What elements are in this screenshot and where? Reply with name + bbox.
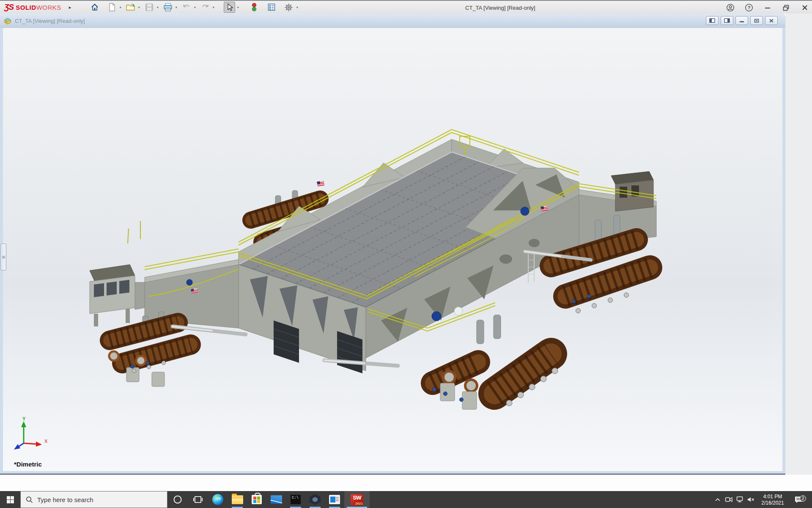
minimize-button[interactable] [763,3,772,12]
taskbar-app-edge[interactable] [208,491,228,508]
new-document-icon [108,3,116,11]
home-button[interactable] [89,2,100,13]
network-button[interactable] [734,491,745,508]
quick-access-toolbar: ▾ ▾ ▾ [83,1,302,14]
split-pane-left-icon [709,18,715,23]
open-folder-icon [126,3,135,11]
clock-time: 4:01 PM [756,494,789,500]
redo-button[interactable] [199,2,211,13]
open-dropdown[interactable]: ▾ [136,2,142,13]
split-pane-right-icon [724,18,730,23]
document-bottom-border [0,474,785,475]
desktop: ƷS SOLID WORKS ▸ ▾ [0,0,812,508]
volume-muted-icon [747,496,755,503]
task-view-icon [193,495,203,504]
close-icon [801,4,808,11]
options-button[interactable] [283,2,294,13]
volume-button[interactable] [745,491,756,508]
windows-taskbar: C:\ SW 2021 [0,491,812,508]
new-document-button[interactable] [106,2,118,13]
document-minimize-button[interactable] [735,16,748,25]
close-button[interactable] [800,3,809,12]
document-close-icon [769,19,774,23]
crawler-transporter-model[interactable] [3,28,782,471]
nasa-roundel-decal [521,207,529,215]
document-restore-icon [754,19,759,23]
front-right-track-truck[interactable] [433,315,558,409]
print-dropdown[interactable]: ▾ [173,2,179,13]
document-titlebar[interactable]: CT_TA [Viewing] [Read-only] [0,14,785,28]
select-cursor-icon [226,3,233,11]
menu-flyout-arrow[interactable]: ▸ [69,5,71,10]
undo-button[interactable] [181,2,192,13]
traffic-light-icon [251,3,257,12]
search-input[interactable] [37,496,147,503]
cortana-icon [173,495,182,504]
left-arm[interactable] [135,260,239,328]
document-caption-buttons [706,16,778,25]
task-pane-button[interactable] [266,2,277,13]
meet-now-button[interactable] [723,491,734,508]
document-close-button[interactable] [765,16,778,25]
blue-window-app-icon [329,495,340,504]
microsoft-store-icon [252,495,262,504]
split-pane-left-button[interactable] [706,16,719,25]
meet-now-camera-icon [725,496,733,503]
print-button[interactable] [162,2,173,13]
split-pane-right-button[interactable] [721,16,733,25]
chevron-up-icon [715,498,721,502]
tray-overflow-button[interactable] [712,491,723,508]
window-controls: ? [726,1,809,14]
help-button[interactable]: ? [744,3,754,12]
restore-button[interactable] [782,3,791,12]
save-dropdown[interactable]: ▾ [155,2,160,13]
cortana-button[interactable] [167,491,188,508]
file-explorer-icon [232,495,243,504]
start-button[interactable] [0,491,20,508]
network-ethernet-icon [736,496,744,503]
restore-icon [782,4,790,11]
rear-cab[interactable] [611,171,653,211]
select-tool-button[interactable] [224,2,235,13]
select-tool-dropdown[interactable]: ▾ [235,2,241,13]
redo-dropdown[interactable]: ▾ [211,2,216,13]
save-icon [145,3,154,11]
open-button[interactable] [125,2,136,13]
statusbar-area [0,475,812,491]
taskbar-app-hexagon[interactable] [305,491,325,508]
home-icon [91,3,99,11]
redo-icon [201,3,209,11]
taskbar-app-file-explorer[interactable] [228,491,247,508]
save-button[interactable] [143,2,155,13]
taskbar-app-mail[interactable] [266,491,286,508]
taskbar-app-blue-window[interactable] [325,491,344,508]
settings-gear-icon [284,3,293,12]
taskbar-search[interactable] [20,491,167,508]
taskbar-app-command-prompt[interactable]: C:\ [286,491,305,508]
solidworks-logo: ƷS SOLID WORKS [4,3,61,12]
taskbar-clock[interactable]: 4:01 PM 2/16/2021 [756,493,789,506]
front-left-track-truck[interactable] [109,312,191,387]
account-icon [726,3,735,12]
nasa-roundel-decal [187,279,192,285]
hexagon-app-icon [310,494,321,505]
taskbar-app-solidworks[interactable]: SW 2021 [344,491,370,508]
undo-dropdown[interactable]: ▾ [192,2,198,13]
rebuild-button[interactable] [248,2,260,13]
taskbar-app-store[interactable] [247,491,266,508]
document-window: CT_TA [Viewing] [Read-only] [0,14,785,475]
task-view-button[interactable] [188,491,208,508]
document-restore-button[interactable] [750,16,763,25]
document-minimize-icon [739,19,744,23]
options-dropdown[interactable]: ▾ [294,2,300,13]
operator-cab[interactable] [90,221,140,326]
graphics-viewport[interactable]: Y X *Dimetric [3,28,782,471]
us-flag-decal [540,206,548,211]
new-document-dropdown[interactable]: ▾ [118,2,123,13]
account-button[interactable] [726,3,735,12]
us-flag-decal [317,181,324,186]
action-center-button[interactable]: 2 [789,495,809,504]
feature-tree-collapse-handle[interactable] [0,243,6,271]
assembly-document-icon [3,17,12,25]
print-icon [163,3,173,11]
